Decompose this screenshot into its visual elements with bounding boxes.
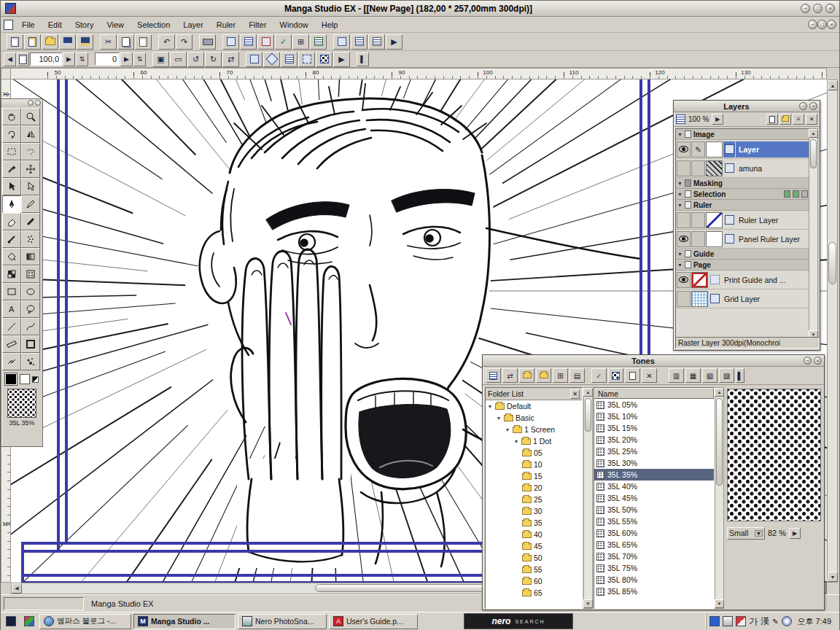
open-button[interactable]	[42, 34, 58, 50]
delete-tone-button[interactable]: ✕	[642, 368, 657, 383]
folder-scroll-up[interactable]: ▲	[583, 388, 593, 397]
tone-list-scrollbar[interactable]: ▲ ▼	[715, 387, 724, 609]
airbrush-tool[interactable]	[21, 230, 40, 248]
current-tone-swatch[interactable]	[7, 389, 36, 418]
tone-folder[interactable]: 60	[486, 575, 582, 587]
panel-mode-button[interactable]	[257, 34, 274, 50]
folder-scroll-down[interactable]: ▼	[583, 599, 593, 608]
menu-view[interactable]: View	[100, 19, 131, 31]
layer-thumbnail[interactable]	[706, 141, 723, 158]
layer-thumbnail[interactable]	[691, 272, 708, 288]
zoom-field[interactable]: 100,0	[30, 52, 62, 66]
layer-name[interactable]: Ruler Layer	[736, 212, 809, 228]
list-view-button[interactable]: ▤	[569, 368, 585, 383]
toolbox-header[interactable]	[1, 99, 42, 107]
visibility-cell[interactable]	[677, 141, 691, 158]
layers-close-button[interactable]: ×	[809, 102, 817, 110]
select-arrow-tool[interactable]	[2, 178, 21, 195]
selection-tool-icon[interactable]	[793, 190, 799, 198]
menu-help[interactable]: Help	[315, 19, 345, 31]
layers-opacity-value[interactable]: 100 %	[687, 115, 710, 123]
line-tool[interactable]	[2, 318, 21, 335]
menu-selection[interactable]: Selection	[131, 19, 176, 31]
vertical-scrollbar[interactable]: ▲ ▼	[827, 79, 838, 583]
layer-group-guide[interactable]: ▼Guide	[676, 249, 809, 260]
tray-messenger-icon[interactable]	[709, 616, 720, 626]
visibility-cell[interactable]	[677, 231, 691, 247]
new-folder-layer-button[interactable]	[779, 114, 791, 125]
layers-scroll-up[interactable]: ▲	[809, 129, 818, 138]
folder-list-scrollbar[interactable]: ▲ ▼	[583, 387, 593, 609]
visibility-cell[interactable]	[677, 291, 691, 307]
tone-item[interactable]: 35L 45%	[594, 492, 714, 504]
zoom-tool[interactable]	[21, 108, 40, 125]
layer-group-image[interactable]: ▼Image	[676, 129, 809, 140]
draw-cell[interactable]	[691, 212, 705, 228]
preview-mode-4-button[interactable]: ▨	[719, 368, 734, 383]
move-tool[interactable]	[21, 160, 40, 178]
collapse-arrow-icon[interactable]: ▼	[677, 132, 682, 137]
layer-thumbnail[interactable]	[706, 231, 723, 247]
task-nero-photosnap[interactable]: Nero PhotoSna...	[238, 614, 327, 629]
rotate-ccw-button[interactable]: ↺	[187, 52, 204, 67]
task-empas-blog[interactable]: 엠파스 블로그 -...	[39, 614, 131, 629]
expander-icon[interactable]: ▼	[513, 439, 519, 444]
start-button[interactable]	[3, 614, 19, 629]
gradient-tool[interactable]	[21, 248, 40, 265]
folder-scroll-thumb[interactable]	[585, 398, 591, 432]
tone-item[interactable]: 35L 50%	[594, 504, 714, 516]
layer-name[interactable]: Print Guide and ...	[721, 272, 809, 288]
tone-item[interactable]: 35L 55%	[594, 516, 714, 527]
check-visible-button[interactable]: ✓	[591, 368, 607, 383]
draw-cell[interactable]	[691, 160, 705, 176]
title-bar[interactable]: Manga Studio EX - [[New Page] (182,00 * …	[1, 1, 839, 17]
scatter-tool[interactable]	[21, 353, 40, 370]
toolbox-close-button[interactable]	[35, 100, 41, 106]
tones-panel-handle[interactable]: ▌	[736, 368, 744, 383]
folder-basic[interactable]: ▼Basic	[486, 412, 582, 424]
thumbnail-view-button[interactable]: ⊞	[553, 368, 568, 383]
lasso-tool[interactable]	[21, 143, 40, 160]
visibility-cell[interactable]	[677, 160, 691, 176]
object-selector-tool[interactable]	[21, 178, 40, 195]
selection-tool-icon[interactable]	[784, 190, 790, 198]
curve-tool[interactable]	[21, 318, 40, 335]
tone-scroll-thumb[interactable]	[716, 398, 723, 486]
show-grid-button[interactable]: ⊞	[292, 34, 309, 50]
tone-folder[interactable]: 25	[486, 494, 582, 505]
pattern-mode-button[interactable]	[608, 368, 623, 383]
tone-folder[interactable]: 40	[486, 529, 582, 540]
tone-item[interactable]: 35L 20%	[594, 434, 714, 446]
toolbox-collapse-button[interactable]	[28, 100, 34, 106]
ellipse-shape-tool[interactable]	[21, 283, 40, 300]
draw-cell[interactable]: ✎	[691, 141, 705, 158]
tones-title-bar[interactable]: Tones − ×	[483, 355, 824, 367]
folder-default[interactable]: ▼Default	[486, 400, 582, 412]
save-button[interactable]	[59, 34, 76, 50]
layer-thumbnail[interactable]	[706, 160, 723, 176]
tone-item[interactable]: 35L 75%	[594, 562, 714, 574]
navigator-panel-button[interactable]	[368, 34, 385, 50]
tone-folder[interactable]: 15	[486, 470, 582, 482]
tone-item[interactable]: 35L 85%	[594, 586, 714, 597]
marquee-tool[interactable]	[2, 143, 21, 160]
pattern-brush-tool[interactable]	[2, 265, 21, 283]
layer-name[interactable]: Panel Ruler Layer	[736, 231, 809, 247]
tone-item[interactable]: 35L 65%	[594, 539, 714, 551]
pencil-tool[interactable]	[21, 195, 40, 213]
actual-size-button[interactable]: ▭	[170, 52, 187, 67]
tone-item[interactable]: 35L 40%	[594, 481, 714, 492]
scroll-left-button[interactable]: ◀	[12, 583, 22, 594]
cut-button[interactable]: ✂	[100, 34, 117, 50]
tone-folder[interactable]: 65	[486, 587, 582, 599]
foreground-color-swatch[interactable]	[4, 373, 18, 386]
layer-group-page[interactable]: ▼Page	[676, 260, 809, 271]
layer-name[interactable]: amuna	[736, 160, 809, 176]
tone-scroll-up[interactable]: ▲	[715, 388, 724, 397]
collapse-arrow-icon[interactable]: ▼	[677, 262, 682, 268]
menu-edit[interactable]: Edit	[42, 19, 69, 31]
preview-mode-1-button[interactable]: ▥	[669, 368, 684, 383]
menu-ruler[interactable]: Ruler	[210, 19, 242, 31]
tone-folder[interactable]: 30	[486, 505, 582, 517]
minimize-button[interactable]: −	[801, 4, 810, 13]
